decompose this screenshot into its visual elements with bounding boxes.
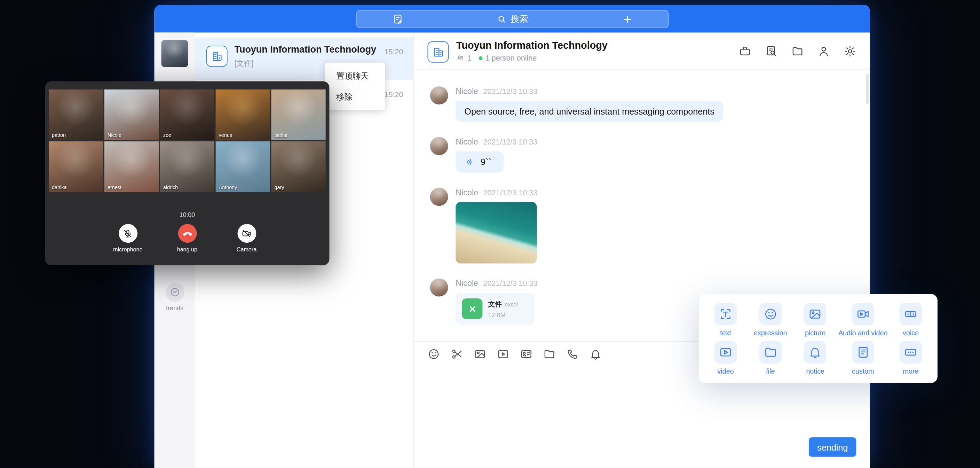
audio-bubble[interactable]: 9`` xyxy=(455,152,504,173)
notes-button[interactable] xyxy=(379,11,416,28)
chat-title: Tuoyun Information Technology xyxy=(456,40,608,51)
sender-name: Nicole xyxy=(455,137,478,146)
hang-up-button[interactable]: hang up xyxy=(169,224,206,253)
expression-icon xyxy=(759,303,782,325)
voice-wave-icon xyxy=(464,157,476,168)
chat-panel: Tuoyun Information Technology 1 1 person… xyxy=(414,32,870,468)
member-count: 1 xyxy=(468,54,472,62)
panel-item-text[interactable]: text xyxy=(704,300,747,339)
screen: 搜索 trends xyxy=(0,0,980,468)
participant-video: patton xyxy=(49,89,103,141)
file-icon xyxy=(759,340,782,363)
microphone-button[interactable]: microphone xyxy=(109,224,146,253)
message-text: Nicole 2021/12/3 10:33 Open source, free… xyxy=(430,86,855,122)
voice-icon xyxy=(900,303,922,325)
call-icon[interactable] xyxy=(566,348,579,360)
message-type-panel: text expression picture xyxy=(699,294,937,383)
audio-video-icon xyxy=(851,303,874,325)
participant-video: aldrich xyxy=(160,141,215,192)
profile-avatar[interactable] xyxy=(161,40,188,67)
conversation-context-menu: 置顶聊天 移除 xyxy=(325,63,385,110)
menu-item-pin-chat[interactable]: 置顶聊天 xyxy=(325,66,385,86)
avatar[interactable] xyxy=(430,137,448,155)
emoji-icon[interactable] xyxy=(427,348,440,360)
excel-file-icon xyxy=(462,299,482,319)
video-icon xyxy=(714,340,737,363)
picture-icon[interactable] xyxy=(474,348,486,360)
file-icon[interactable] xyxy=(543,348,556,360)
search-input[interactable]: 搜索 xyxy=(497,14,528,25)
notice-icon[interactable] xyxy=(590,348,602,360)
sidebar-item-trends[interactable]: trends xyxy=(154,283,195,311)
hang-up-icon xyxy=(178,224,197,243)
picture-icon xyxy=(804,303,827,325)
contact-card-icon[interactable] xyxy=(520,348,533,360)
audio-duration: 9`` xyxy=(480,157,492,167)
message-image: Nicole 2021/12/3 10:33 xyxy=(430,188,855,263)
member-manage-icon[interactable] xyxy=(818,45,830,57)
company-icon xyxy=(427,42,449,63)
message-time: 2021/12/3 10:33 xyxy=(483,137,537,146)
settings-icon[interactable] xyxy=(843,45,856,57)
trends-icon xyxy=(165,283,184,302)
panel-item-voice[interactable]: voice xyxy=(889,300,932,339)
clipboard-edit-icon xyxy=(391,13,403,25)
panel-item-picture[interactable]: picture xyxy=(794,300,837,339)
chat-record-search-icon[interactable] xyxy=(765,45,778,57)
panel-item-notice[interactable]: notice xyxy=(794,339,837,377)
participant-video: Anthony xyxy=(216,141,270,192)
chat-titles: Tuoyun Information Technology 1 1 person… xyxy=(456,40,608,62)
panel-item-audio-video[interactable]: Audio and video xyxy=(838,300,888,339)
folder-icon[interactable] xyxy=(791,45,804,57)
meeting-icon[interactable] xyxy=(739,45,751,57)
conversation-title: Tuoyun Information Technology xyxy=(234,44,376,55)
video-call-window[interactable]: patton Nicole zoe venus stellar danika e… xyxy=(45,81,329,265)
call-timer: 10:00 xyxy=(45,211,329,218)
text-icon xyxy=(714,303,737,325)
file-ext: .excel xyxy=(503,301,518,307)
participant-video: ernest xyxy=(104,141,159,192)
scrollbar-thumb[interactable] xyxy=(866,74,869,104)
message-audio: Nicole 2021/12/3 10:33 9`` xyxy=(430,137,855,173)
text-bubble[interactable]: Open source, free, and universal instant… xyxy=(455,101,723,122)
sender-name: Nicole xyxy=(455,279,478,288)
add-button[interactable] xyxy=(609,11,646,28)
screenshot-icon[interactable] xyxy=(451,348,463,360)
panel-item-video[interactable]: video xyxy=(704,339,747,377)
avatar[interactable] xyxy=(430,86,448,104)
members-icon xyxy=(456,54,464,62)
call-controls: microphone hang up Camera xyxy=(45,224,329,253)
participant-video: stellar xyxy=(271,89,325,141)
custom-icon xyxy=(851,340,874,363)
participant-video: zoe xyxy=(160,89,215,141)
beach-photo-message[interactable] xyxy=(455,202,537,263)
more-icon xyxy=(900,340,922,363)
camera-button[interactable]: Camera xyxy=(228,224,266,253)
mic-off-icon xyxy=(118,224,137,243)
send-button[interactable]: sending xyxy=(809,438,856,457)
avatar[interactable] xyxy=(430,279,448,297)
panel-item-more[interactable]: more xyxy=(889,339,932,377)
chat-subtitle: 1 1 person online xyxy=(456,54,608,62)
trends-label: trends xyxy=(154,305,195,311)
sender-name: Nicole xyxy=(455,86,478,96)
message-time: 2021/12/3 10:33 xyxy=(483,279,537,288)
panel-item-custom[interactable]: custom xyxy=(838,339,888,377)
file-message[interactable]: 文件.excel 12.8M xyxy=(455,293,534,325)
online-dot xyxy=(479,56,482,60)
participant-video: danika xyxy=(49,141,103,192)
message-time: 2021/12/3 10:33 xyxy=(483,188,537,197)
participant-grid: patton Nicole zoe venus stellar danika e… xyxy=(49,89,326,192)
search-pill: 搜索 xyxy=(356,10,669,28)
panel-item-expression[interactable]: expression xyxy=(749,300,792,339)
company-icon xyxy=(206,46,228,67)
panel-item-file[interactable]: file xyxy=(749,339,792,377)
participant-video: venus xyxy=(216,89,270,141)
chat-header: Tuoyun Information Technology 1 1 person… xyxy=(414,32,870,70)
avatar[interactable] xyxy=(430,188,448,206)
conversation-time: 15:20 xyxy=(384,48,403,56)
menu-item-remove[interactable]: 移除 xyxy=(325,86,385,107)
video-icon[interactable] xyxy=(497,348,509,360)
participant-video: gary xyxy=(271,141,325,192)
camera-off-icon xyxy=(237,224,256,243)
